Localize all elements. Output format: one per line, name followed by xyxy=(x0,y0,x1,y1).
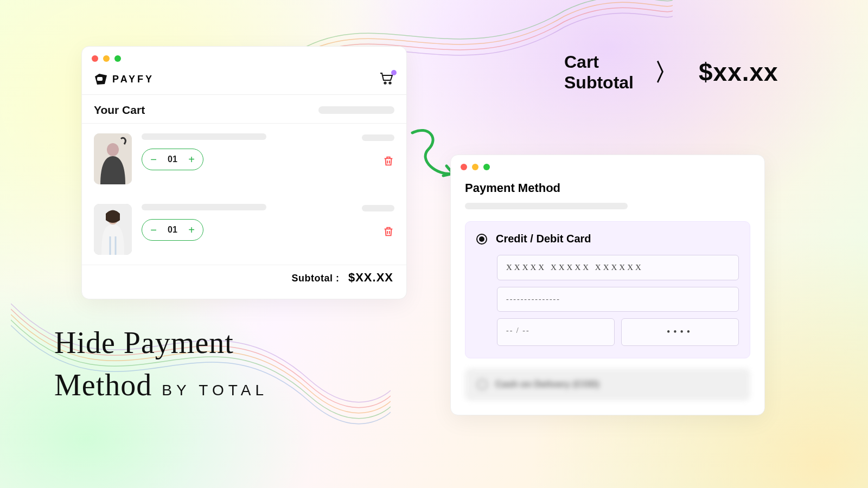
headline-line1: Hide Payment xyxy=(54,325,268,360)
minimize-dot-icon[interactable] xyxy=(103,55,110,62)
headline: Hide Payment Method BY TOTAL xyxy=(54,325,268,402)
headline-line2b: BY TOTAL xyxy=(162,382,268,399)
brand-name: PAYFY xyxy=(112,74,154,85)
cart-item: − 01 + xyxy=(82,194,406,265)
product-thumbnail xyxy=(94,133,132,184)
close-dot-icon[interactable] xyxy=(461,164,467,170)
increment-button[interactable]: + xyxy=(183,151,200,168)
radio-selected-icon[interactable] xyxy=(476,234,487,245)
subtotal-amount: $XX.XX xyxy=(348,271,393,284)
quantity-stepper[interactable]: − 01 + xyxy=(142,219,203,241)
placeholder-line xyxy=(142,133,266,140)
card-name-field[interactable]: --------------- xyxy=(497,287,739,312)
svg-rect-0 xyxy=(97,77,103,81)
brand-logo-icon xyxy=(94,73,108,85)
condition-operator: 〉 xyxy=(654,56,678,88)
delete-icon[interactable] xyxy=(382,226,394,240)
cart-item: − 01 + xyxy=(82,124,406,194)
placeholder-line xyxy=(362,205,394,211)
delete-icon[interactable] xyxy=(382,155,394,169)
svg-point-2 xyxy=(389,82,391,84)
payment-method-hidden-label: Cash on Delivery (COD) xyxy=(495,379,599,390)
placeholder-line xyxy=(142,204,266,210)
zoom-dot-icon[interactable] xyxy=(114,55,121,62)
svg-point-4 xyxy=(107,143,119,156)
close-dot-icon[interactable] xyxy=(92,55,98,62)
headline-line2a: Method xyxy=(54,368,152,402)
product-thumbnail xyxy=(94,204,132,255)
payment-method-hidden: Cash on Delivery (COD) xyxy=(465,368,750,401)
radio-unselected-icon xyxy=(477,379,488,390)
condition-expression: Cart Subtotal 〉 $xx.xx xyxy=(564,52,778,93)
window-traffic-lights xyxy=(82,47,406,67)
cart-badge-icon xyxy=(391,70,397,75)
placeholder-line xyxy=(465,203,628,209)
condition-label-line2: Subtotal xyxy=(564,72,634,93)
quantity-stepper[interactable]: − 01 + xyxy=(142,149,203,170)
cart-icon[interactable] xyxy=(379,72,394,87)
payment-method-label: Credit / Debit Card xyxy=(496,233,591,245)
placeholder-line xyxy=(318,106,394,114)
increment-button[interactable]: + xyxy=(183,222,200,238)
cart-window: PAYFY Your Cart − 01 + xyxy=(81,46,407,299)
card-cvv-field[interactable]: •••• xyxy=(621,318,739,346)
subtotal-label: Subtotal : xyxy=(292,273,340,284)
svg-point-1 xyxy=(384,82,386,84)
minimize-dot-icon[interactable] xyxy=(472,164,478,170)
window-traffic-lights xyxy=(451,155,764,176)
promo-stage: Cart Subtotal 〉 $xx.xx PAYFY xyxy=(0,0,868,488)
cart-title: Your Cart xyxy=(94,104,145,117)
brand: PAYFY xyxy=(94,73,154,85)
condition-amount: $xx.xx xyxy=(699,57,778,87)
payment-method-credit[interactable]: Credit / Debit Card XXXXX XXXXX XXXXXX -… xyxy=(465,221,750,358)
payment-title: Payment Method xyxy=(451,176,764,200)
decrement-button[interactable]: − xyxy=(145,222,162,238)
quantity-value: 01 xyxy=(162,225,183,235)
decrement-button[interactable]: − xyxy=(145,151,162,168)
payment-window: Payment Method Credit / Debit Card XXXXX… xyxy=(450,155,765,415)
card-number-field[interactable]: XXXXX XXXXX XXXXXX xyxy=(497,255,739,280)
card-expiry-field[interactable]: -- / -- xyxy=(497,318,615,346)
zoom-dot-icon[interactable] xyxy=(483,164,490,170)
subtotal-row: Subtotal : $XX.XX xyxy=(82,265,406,299)
placeholder-line xyxy=(362,134,394,141)
quantity-value: 01 xyxy=(162,155,183,164)
condition-label-line1: Cart xyxy=(564,52,634,72)
